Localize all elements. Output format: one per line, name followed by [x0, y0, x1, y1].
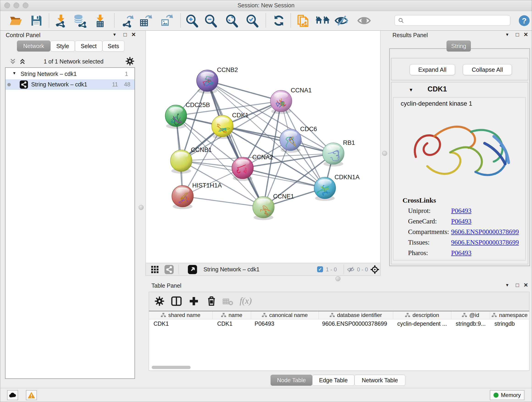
panel-float-icon[interactable]: □ [516, 282, 519, 288]
splitter-handle[interactable] [382, 151, 387, 156]
zoom-selected-icon[interactable] [245, 13, 259, 28]
table-gear-icon[interactable] [154, 296, 165, 307]
column-header[interactable]: @id [451, 311, 490, 319]
string-homes-icon[interactable] [315, 14, 330, 27]
column-header[interactable]: shared name [149, 311, 212, 319]
crosslink-link[interactable]: 9606.ENSP00000378699 [451, 239, 519, 246]
selected-count: 1 - 0 [326, 266, 337, 273]
zoom-fit-icon[interactable] [225, 13, 239, 28]
show-all-eye-icon[interactable] [357, 14, 371, 27]
crosslink-link[interactable]: P06493 [451, 249, 472, 257]
network-graph[interactable]: CCNB2CCNA1CDC25BCDK1CDC6RB1CCNB1CCNA2CDK… [146, 31, 381, 263]
collection-expand-icon[interactable]: ▼ [12, 71, 16, 76]
help-icon[interactable]: ? [518, 14, 530, 27]
export-network-icon[interactable] [121, 14, 134, 27]
refresh-icon[interactable] [272, 14, 286, 27]
column-header[interactable]: namespace [490, 311, 529, 319]
add-column-icon[interactable] [188, 296, 199, 307]
open-session-icon[interactable] [9, 14, 23, 27]
crosslink-label: Pharos: [408, 249, 428, 257]
clone-network-icon[interactable] [296, 13, 310, 28]
column-header[interactable]: database identifier [318, 311, 393, 319]
cell-shared-name: CDK1 [153, 320, 169, 327]
node-table: f(x) shared name name canonical name dat… [149, 292, 530, 370]
collapse-all-tree-icon[interactable] [9, 57, 17, 66]
fit-content-crosshair-icon[interactable] [370, 265, 380, 275]
cloud-icon [9, 392, 17, 398]
zoom-in-icon[interactable] [185, 13, 199, 28]
network-edge-count: 48 [124, 81, 130, 88]
tab-sets[interactable]: Sets [102, 41, 124, 51]
expand-all-button[interactable]: Expand All [410, 64, 455, 75]
import-network-file-icon[interactable] [54, 14, 68, 27]
grid-view-icon[interactable] [151, 266, 158, 274]
crosslink-link[interactable]: P06493 [451, 207, 472, 215]
export-image-icon[interactable] [159, 14, 173, 27]
results-content: Expand All Collapse All ▼ CDK1 cyclin-de… [389, 48, 530, 266]
memory-button[interactable]: Memory [490, 390, 525, 400]
collapse-all-button[interactable]: Collapse All [463, 64, 512, 75]
function-builder-icon[interactable]: f(x) [240, 296, 252, 306]
panel-float-icon[interactable]: □ [516, 32, 519, 37]
control-panel-title: Control Panel [6, 32, 40, 38]
panel-menu-icon[interactable]: ▼ [505, 32, 509, 37]
svg-text:HIST1H1A: HIST1H1A [192, 182, 222, 189]
network-options-gear-icon[interactable] [125, 57, 134, 67]
tab-style[interactable]: Style [51, 41, 75, 51]
svg-text:?: ? [522, 16, 527, 25]
import-network-database-icon[interactable] [73, 13, 87, 28]
cell-canonical-name: P06493 [254, 320, 274, 327]
warning-button[interactable] [26, 390, 37, 400]
expand-all-tree-icon[interactable] [19, 57, 26, 66]
search-input[interactable] [394, 15, 510, 26]
tab-string[interactable]: String [447, 41, 471, 51]
splitter-handle[interactable] [139, 205, 144, 210]
crosslink-label: GeneCard: [408, 217, 437, 225]
toolbar-separator [49, 13, 49, 27]
crosslink-link[interactable]: 9606.ENSP00000378699 [451, 228, 519, 236]
toolbar-separator [114, 13, 114, 27]
svg-text:CCNB1: CCNB1 [191, 147, 212, 153]
selected-checkbox-icon[interactable] [317, 266, 323, 272]
cloud-button[interactable] [7, 390, 18, 400]
column-header[interactable]: canonical name [251, 311, 318, 319]
hidden-eye-icon[interactable] [347, 266, 355, 274]
panel-menu-icon[interactable]: ▼ [113, 32, 117, 37]
tab-edge-table[interactable]: Edge Table [312, 375, 355, 386]
column-header[interactable]: name [212, 311, 251, 319]
import-table-file-icon[interactable] [93, 14, 107, 27]
gene-collapse-icon[interactable]: ▼ [409, 87, 413, 93]
panel-float-icon[interactable]: □ [123, 32, 127, 37]
panel-close-icon[interactable]: ✕ [131, 32, 136, 37]
tab-node-table[interactable]: Node Table [271, 375, 312, 386]
panel-close-icon[interactable]: ✕ [524, 32, 528, 37]
save-session-icon[interactable] [30, 14, 43, 27]
panel-menu-icon[interactable]: ▼ [505, 283, 509, 287]
string-view-icon[interactable] [165, 265, 174, 274]
tab-select[interactable]: Select [75, 41, 102, 51]
table-panel-title: Table Panel [152, 282, 181, 289]
crosslink-link[interactable]: P06493 [451, 217, 472, 225]
table-header: shared name name canonical name database… [149, 311, 529, 319]
crosslink-label: Uniprot: [408, 207, 431, 215]
network-collection-row[interactable]: ▼ String Network – cdk1 1 [6, 69, 134, 79]
zoom-out-icon[interactable] [203, 13, 218, 28]
hide-selected-eye-icon[interactable] [334, 14, 349, 27]
splitter-handle[interactable] [336, 276, 341, 281]
show-columns-icon[interactable] [171, 296, 182, 307]
search-icon [398, 18, 404, 25]
svg-text:CDC6: CDC6 [300, 126, 317, 133]
tab-network-table[interactable]: Network Table [355, 375, 405, 386]
horizontal-scrollbar[interactable] [152, 366, 191, 369]
column-header[interactable]: description [393, 311, 451, 319]
cell-name: CDK1 [217, 320, 233, 327]
network-node-count: 11 [112, 81, 118, 88]
network-row[interactable]: String Network – cdk1 11 48 [6, 79, 134, 90]
export-table-icon[interactable] [138, 14, 152, 27]
panel-close-icon[interactable]: ✕ [524, 282, 528, 288]
network-canvas[interactable]: CCNB2CCNA1CDC25BCDK1CDC6RB1CCNB1CCNA2CDK… [146, 31, 380, 263]
tab-network[interactable]: Network [17, 41, 51, 51]
delete-column-icon[interactable] [206, 295, 217, 307]
birdseye-view-icon[interactable] [188, 265, 197, 274]
delete-table-icon[interactable] [223, 298, 233, 307]
